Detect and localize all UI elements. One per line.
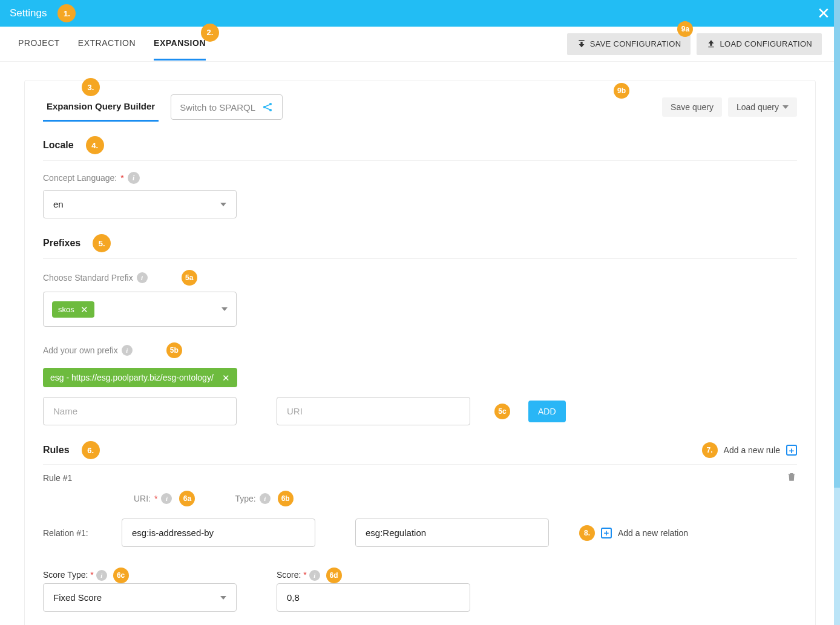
type-field-label: Type: i 6b	[235, 491, 293, 506]
main-tabbar: PROJECT EXTRACTION EXPANSION 2. 9a SAVE …	[0, 27, 840, 62]
annotation-badge-6: 6.	[82, 441, 100, 459]
score-type-value: Fixed Score	[53, 592, 102, 603]
download-icon	[577, 39, 586, 49]
tab-project[interactable]: PROJECT	[18, 27, 60, 61]
caret-down-icon	[221, 307, 228, 311]
prefix-name-input[interactable]	[43, 397, 237, 425]
annotation-badge-6a: 6a	[179, 491, 195, 506]
standard-prefix-label: Choose Standard Prefix i 5a	[43, 270, 797, 286]
annotation-badge-1: 1.	[57, 4, 76, 22]
save-configuration-button[interactable]: SAVE CONFIGURATION	[567, 33, 691, 55]
add-new-relation-label: Add a new relation	[618, 528, 688, 538]
score-input[interactable]	[277, 583, 470, 612]
annotation-badge-7: 7.	[702, 442, 718, 458]
score-type-select[interactable]: Fixed Score	[43, 583, 237, 612]
prefixes-title: Prefixes	[43, 238, 80, 249]
sub-tab-builder[interactable]: Expansion Query Builder	[43, 93, 159, 122]
info-icon[interactable]: i	[137, 272, 148, 283]
titlebar-title: Settings	[10, 7, 47, 19]
save-configuration-label: SAVE CONFIGURATION	[590, 39, 681, 48]
load-configuration-button[interactable]: LOAD CONFIGURATION	[697, 33, 822, 55]
save-query-button[interactable]: Save query	[662, 97, 722, 117]
sub-tabs-row: 3. Expansion Query Builder Switch to SPA…	[43, 93, 797, 122]
info-icon[interactable]: i	[96, 570, 107, 581]
required-marker: *	[154, 494, 157, 503]
upload-icon	[706, 39, 716, 49]
rules-section: Rules 6. 7. Add a new rule + Rule #1 URI…	[43, 441, 797, 612]
tab-extraction[interactable]: EXTRACTION	[78, 27, 136, 61]
locale-section: Locale 4. Concept Language: * i en	[43, 136, 797, 218]
required-marker: *	[120, 173, 123, 183]
uri-field-label: URI: * i 6a	[134, 491, 195, 506]
annotation-badge-4: 4.	[86, 136, 104, 154]
relation-uri-input[interactable]	[122, 519, 315, 547]
caret-down-icon	[220, 203, 226, 206]
load-configuration-label: LOAD CONFIGURATION	[720, 39, 812, 48]
required-marker: *	[303, 570, 306, 580]
caret-down-icon	[220, 596, 226, 600]
relation-type-input[interactable]	[355, 519, 549, 547]
scrollbar-thumb[interactable]	[834, 0, 840, 488]
prefix-chip-skos: skos ✕	[52, 301, 94, 318]
titlebar: Settings 1. ✕	[0, 0, 840, 27]
annotation-badge-9b: 9b	[614, 83, 629, 99]
concept-language-value: en	[53, 199, 64, 209]
info-icon[interactable]: i	[309, 570, 320, 581]
close-icon[interactable]: ✕	[817, 5, 830, 21]
add-new-rule-label: Add a new rule	[724, 445, 780, 455]
expansion-card: 3. Expansion Query Builder Switch to SPA…	[24, 80, 816, 625]
own-prefix-label: Add your own prefix i 5b	[43, 342, 797, 358]
annotation-badge-8: 8.	[579, 525, 595, 541]
annotation-badge-6c: 6c	[113, 568, 129, 583]
relation-row-label: Relation #1:	[43, 528, 103, 538]
info-icon[interactable]: i	[161, 493, 172, 504]
prefixes-section: Prefixes 5. Choose Standard Prefix i 5a …	[43, 234, 797, 425]
info-icon[interactable]: i	[260, 493, 271, 504]
right-scrollbar[interactable]	[834, 0, 840, 625]
annotation-badge-6d: 6d	[326, 568, 342, 583]
add-prefix-button[interactable]: ADD	[528, 401, 566, 422]
caret-down-icon	[783, 105, 789, 109]
prefix-uri-input[interactable]	[277, 397, 470, 425]
load-query-button[interactable]: Load query	[728, 97, 797, 117]
concept-language-select[interactable]: en	[43, 190, 237, 218]
annotation-badge-2: 2.	[201, 24, 219, 42]
delete-rule-button[interactable]	[786, 471, 797, 485]
annotation-badge-5a: 5a	[182, 270, 197, 286]
share-icon	[261, 101, 274, 113]
score-type-label: Score Type: * i 6c	[43, 568, 237, 583]
annotation-badge-9a: 9a	[677, 21, 693, 37]
trash-icon	[786, 471, 797, 483]
rule-title: Rule #1	[43, 473, 72, 483]
custom-prefix-chip: esg - https://esg.poolparty.biz/esg-onto…	[43, 368, 237, 387]
annotation-badge-5c: 5c	[494, 404, 510, 419]
annotation-badge-3: 3.	[82, 78, 100, 96]
add-rule-button[interactable]: +	[786, 445, 797, 456]
annotation-badge-5b: 5b	[166, 342, 182, 358]
remove-chip-icon[interactable]: ✕	[80, 305, 88, 314]
score-label: Score: * i 6d	[277, 568, 470, 583]
info-icon[interactable]: i	[122, 345, 133, 356]
locale-title: Locale	[43, 140, 74, 151]
annotation-badge-6b: 6b	[278, 491, 294, 506]
rules-title: Rules	[43, 445, 70, 456]
switch-to-sparql-label: Switch to SPARQL	[180, 102, 255, 113]
rule-header-row: Rule #1	[43, 465, 797, 491]
annotation-badge-5: 5.	[93, 234, 111, 252]
required-marker: *	[90, 570, 93, 580]
concept-language-label: Concept Language: * i	[43, 172, 797, 184]
tab-expansion[interactable]: EXPANSION	[154, 27, 206, 61]
switch-to-sparql-button[interactable]: Switch to SPARQL	[171, 94, 283, 120]
standard-prefix-select[interactable]: skos ✕	[43, 292, 237, 327]
info-icon[interactable]: i	[128, 172, 140, 184]
add-relation-button[interactable]: +	[601, 528, 612, 538]
remove-chip-icon[interactable]: ✕	[222, 373, 230, 382]
